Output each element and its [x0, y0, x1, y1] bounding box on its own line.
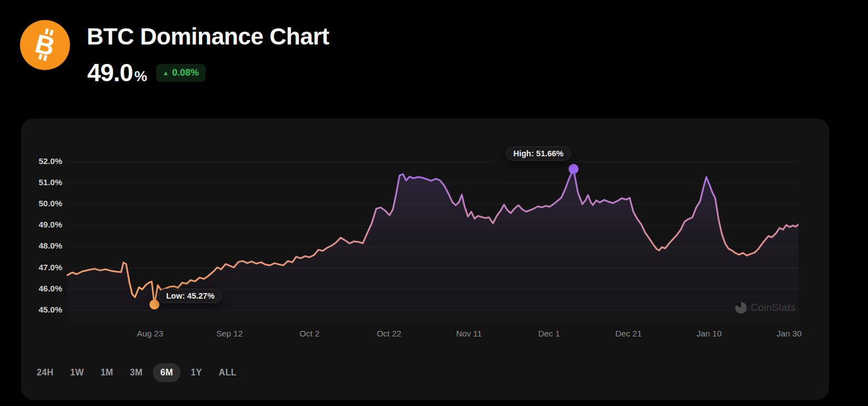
range-button-24h[interactable]: 24H: [30, 363, 60, 382]
dominance-value-row: 49.0 % ▲ 0.08%: [87, 59, 206, 87]
bitcoin-icon: B: [20, 20, 70, 70]
high-tooltip: High: 51.66%: [506, 146, 571, 161]
x-axis-label: Dec 1: [524, 329, 574, 338]
y-axis-label: 50.0%: [21, 199, 62, 208]
dominance-value: 49.0 %: [87, 59, 147, 87]
y-axis-label: 52.0%: [21, 156, 62, 166]
x-axis-label: Sep 12: [204, 329, 255, 338]
change-value: 0.08%: [172, 67, 199, 78]
range-button-1y[interactable]: 1Y: [184, 363, 208, 382]
range-button-3m[interactable]: 3M: [123, 363, 149, 382]
x-axis-label: Oct 22: [364, 329, 414, 338]
dominance-value-unit: %: [134, 68, 147, 85]
btc-dominance-page: B BTC Dominance Chart 49.0 % ▲ 0.08% 52.…: [0, 0, 868, 406]
range-button-1w[interactable]: 1W: [63, 363, 91, 382]
range-selector: 24H1W1M3M6M1YALL: [30, 363, 243, 382]
change-badge: ▲ 0.08%: [156, 64, 206, 82]
x-axis-label: Nov 11: [444, 329, 494, 338]
range-button-6m[interactable]: 6M: [153, 363, 181, 382]
x-axis-label: Jan 30: [764, 329, 814, 338]
x-axis-label: Oct 2: [285, 329, 335, 338]
y-axis-label: 46.0%: [21, 284, 62, 293]
range-button-1m[interactable]: 1M: [94, 363, 120, 382]
coinstats-watermark: CoinStats: [735, 302, 796, 314]
coinstats-logo-icon: [735, 302, 747, 314]
chart-card: 52.0%51.0%50.0%49.0%48.0%47.0%46.0%45.0%…: [21, 118, 829, 400]
y-axis-label: 49.0%: [21, 220, 62, 229]
y-axis-label: 48.0%: [21, 241, 62, 250]
high-point-dot: [568, 164, 578, 174]
y-axis-label: 47.0%: [21, 263, 62, 272]
range-button-all[interactable]: ALL: [212, 363, 243, 382]
low-tooltip: Low: 45.27%: [158, 289, 222, 303]
x-axis-label: Jan 10: [684, 329, 734, 338]
page-title: BTC Dominance Chart: [87, 23, 329, 50]
triangle-up-icon: ▲: [163, 70, 169, 76]
y-axis-label: 45.0%: [21, 305, 62, 314]
watermark-label: CoinStats: [751, 302, 796, 314]
x-axis-label: Aug 23: [125, 329, 175, 338]
low-point-dot: [149, 300, 159, 310]
y-axis-label: 51.0%: [21, 177, 62, 187]
dominance-value-number: 49.0: [87, 59, 133, 87]
x-axis-label: Dec 21: [603, 329, 654, 338]
